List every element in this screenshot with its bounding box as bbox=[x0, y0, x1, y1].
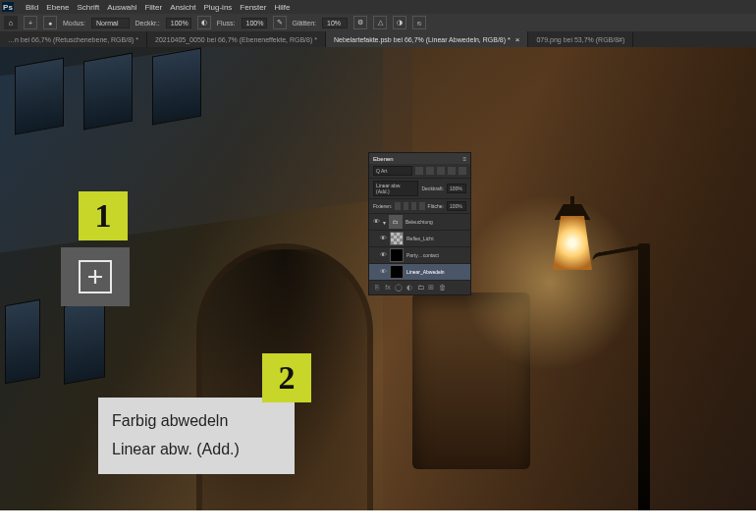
layer-name[interactable]: Party…contact bbox=[406, 252, 467, 258]
doc-tab-1-label: …n bei 66,7% (Retuschenebene, RGB/8) * bbox=[8, 36, 138, 43]
filter-smart-icon[interactable] bbox=[459, 167, 466, 175]
folder-icon: 🗀 bbox=[389, 215, 403, 229]
layer-opacity-input[interactable]: 100% bbox=[447, 184, 466, 193]
annotation-badge-1: 1 bbox=[79, 191, 128, 240]
lock-all-icon[interactable] bbox=[419, 202, 424, 210]
annotation-zoom-tool bbox=[61, 247, 130, 306]
menu-type[interactable]: Schrift bbox=[77, 3, 99, 12]
visibility-icon[interactable]: 👁 bbox=[379, 235, 387, 242]
pressure-opacity-icon[interactable]: ◐ bbox=[197, 16, 211, 29]
group-name[interactable]: Beleuchtung bbox=[405, 219, 467, 225]
panel-menu-icon[interactable]: ≡ bbox=[462, 156, 466, 162]
symmetry-icon[interactable]: ⎋ bbox=[412, 16, 426, 29]
delete-layer-icon[interactable]: 🗑 bbox=[438, 284, 446, 292]
layers-panel[interactable]: Ebenen ≡ Q Art Linear abw. (Add.) Deckkr… bbox=[368, 152, 471, 295]
lock-pos-icon[interactable] bbox=[411, 202, 416, 210]
filter-adjust-icon[interactable] bbox=[426, 167, 434, 175]
adjustment-layer-icon[interactable]: ◐ bbox=[405, 284, 413, 292]
brush-size-icon[interactable]: ● bbox=[43, 16, 57, 29]
layer-name[interactable]: Linear_Abwedeln bbox=[406, 269, 467, 275]
doc-tab-4-label: 079.png bei 53,7% (RGB/8#) bbox=[536, 36, 624, 43]
menu-window[interactable]: Fenster bbox=[240, 3, 266, 12]
lock-pixel-icon[interactable] bbox=[404, 202, 408, 210]
add-layer-tool-icon bbox=[79, 260, 112, 293]
options-bar: ⌂ + ● Modus: Normal Deckkr.: 100% ◐ Flus… bbox=[0, 14, 756, 31]
street-lamp bbox=[541, 204, 604, 293]
menu-bar: Ps Bild Ebene Schrift Auswahl Filter Ans… bbox=[0, 0, 756, 14]
layer-group[interactable]: 👁 ▾ 🗀 Beleuchtung bbox=[369, 214, 470, 231]
smooth-input[interactable]: 10% bbox=[322, 18, 348, 28]
opacity-label: Deckkr.: bbox=[135, 20, 160, 27]
mode-label: Modus: bbox=[63, 20, 85, 27]
flow-label: Fluss: bbox=[217, 20, 236, 27]
layer-mask-icon[interactable]: ◯ bbox=[395, 284, 403, 292]
panel-tabs: Ebenen ≡ bbox=[369, 153, 470, 164]
close-icon[interactable]: × bbox=[515, 35, 520, 44]
doc-tab-4[interactable]: 079.png bei 53,7% (RGB/8#) bbox=[528, 31, 633, 47]
annotation-blend-menu: Farbig abwedeln Linear abw. (Add.) bbox=[98, 398, 295, 474]
menu-image[interactable]: Bild bbox=[26, 3, 38, 12]
doc-tab-2-label: 20210405_0050 bei 66,7% (Ebeneneffekte, … bbox=[155, 36, 317, 43]
angle-icon[interactable]: △ bbox=[373, 16, 387, 29]
doc-tab-1[interactable]: …n bei 66,7% (Retuschenebene, RGB/8) * bbox=[0, 31, 147, 47]
fill-label: Fläche: bbox=[428, 203, 444, 209]
filter-pixel-icon[interactable] bbox=[415, 167, 423, 175]
filter-shape-icon[interactable] bbox=[448, 167, 456, 175]
menu-filter[interactable]: Filter bbox=[144, 3, 162, 12]
lock-label: Fixieren: bbox=[373, 203, 392, 209]
tool-preset-icon[interactable]: + bbox=[24, 16, 37, 29]
document-tab-bar: …n bei 66,7% (Retuschenebene, RGB/8) * 2… bbox=[0, 31, 756, 47]
app-logo: Ps bbox=[2, 2, 14, 12]
blend-mode-dropdown[interactable]: Linear abw. (Add.) bbox=[373, 181, 418, 196]
layer-name[interactable]: Reflex_Licht bbox=[406, 236, 467, 241]
blend-option-color-dodge: Farbig abwedeln bbox=[112, 407, 281, 436]
layer-fx-icon[interactable]: fx bbox=[384, 284, 392, 292]
menu-select[interactable]: Auswahl bbox=[107, 3, 136, 12]
layer-row[interactable]: 👁 Linear_Abwedeln bbox=[369, 264, 470, 281]
link-layers-icon[interactable]: ⎘ bbox=[373, 284, 381, 292]
layer-thumb bbox=[390, 265, 404, 279]
menu-view[interactable]: Ansicht bbox=[170, 3, 195, 12]
visibility-icon[interactable]: 👁 bbox=[372, 218, 380, 226]
new-layer-icon[interactable]: ⊞ bbox=[427, 284, 435, 292]
flow-input[interactable]: 100% bbox=[242, 18, 267, 28]
opacity-input[interactable]: 100% bbox=[166, 18, 191, 28]
smooth-label: Glätten: bbox=[293, 20, 317, 27]
layer-row[interactable]: 👁 Reflex_Licht bbox=[369, 231, 470, 247]
airbrush-icon[interactable]: ✎ bbox=[273, 16, 287, 29]
layer-thumb bbox=[390, 232, 404, 245]
annotation-badge-2: 2 bbox=[262, 353, 311, 402]
chevron-down-icon[interactable]: ▾ bbox=[383, 219, 386, 226]
layers-tab[interactable]: Ebenen bbox=[373, 156, 394, 162]
pressure-size-icon[interactable]: ◑ bbox=[393, 16, 406, 29]
filter-type-icon[interactable] bbox=[437, 167, 445, 175]
menu-help[interactable]: Hilfe bbox=[274, 3, 290, 12]
visibility-icon[interactable]: 👁 bbox=[379, 268, 387, 276]
doc-tab-3-label: Nebelartefakte.psb bei 66,7% (Linear Abw… bbox=[334, 36, 511, 43]
opacity-label: Deckkraft: bbox=[421, 186, 444, 191]
fill-input[interactable]: 100% bbox=[447, 201, 466, 211]
doc-tab-2[interactable]: 20210405_0050 bei 66,7% (Ebeneneffekte, … bbox=[147, 31, 326, 47]
doc-tab-3[interactable]: Nebelartefakte.psb bei 66,7% (Linear Abw… bbox=[326, 31, 528, 47]
layer-thumb bbox=[390, 248, 404, 262]
layer-filter-dropdown[interactable]: Q Art bbox=[373, 166, 412, 176]
settings-gear-icon[interactable]: ⚙ bbox=[353, 16, 367, 29]
menu-plugins[interactable]: Plug-ins bbox=[203, 3, 232, 12]
blend-option-linear-dodge: Linear abw. (Add.) bbox=[112, 436, 281, 464]
layer-row[interactable]: 👁 Party…contact bbox=[369, 247, 470, 264]
home-icon[interactable]: ⌂ bbox=[4, 16, 18, 29]
lock-trans-icon[interactable] bbox=[395, 202, 400, 210]
visibility-icon[interactable]: 👁 bbox=[379, 251, 387, 259]
new-group-icon[interactable]: 🗀 bbox=[416, 284, 424, 292]
panel-footer: ⎘ fx ◯ ◐ 🗀 ⊞ 🗑 bbox=[369, 281, 470, 294]
menu-layer[interactable]: Ebene bbox=[46, 3, 69, 12]
mode-dropdown[interactable]: Normal bbox=[91, 18, 130, 28]
